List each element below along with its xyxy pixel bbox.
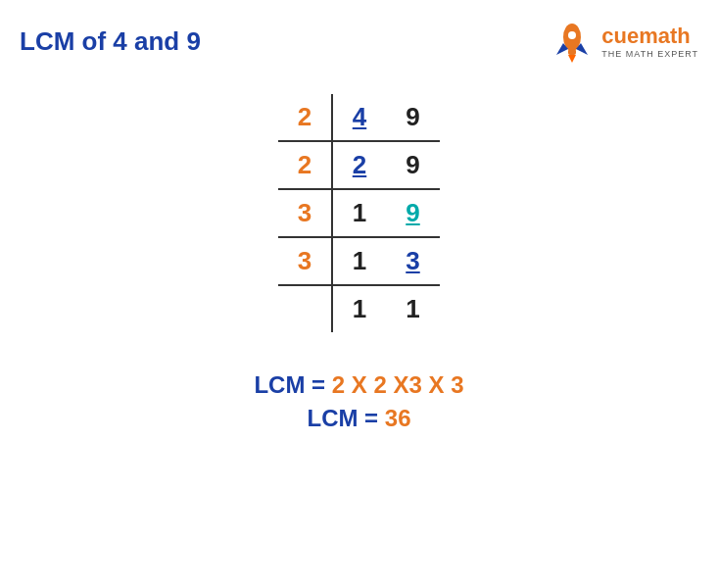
logo-tagline: THE MATH EXPERT — [601, 49, 698, 59]
lcm-table-body: 24922931931311 — [278, 94, 440, 332]
result-line1-prefix: LCM = — [254, 371, 331, 398]
logo-brand-accent: math — [639, 24, 691, 48]
factor-cell: 3 — [278, 237, 332, 285]
result-line1-value: 2 X 2 X3 X 3 — [332, 371, 464, 398]
factor-cell: 2 — [278, 94, 332, 141]
num-a-cell: 2 — [332, 141, 386, 189]
num-a-cell: 4 — [332, 94, 386, 141]
svg-marker-5 — [568, 55, 576, 63]
division-table-wrapper: 24922931931311 — [0, 94, 718, 332]
factor-cell: 2 — [278, 141, 332, 189]
num-a-cell: 1 — [332, 237, 386, 285]
table-row: 249 — [278, 94, 440, 141]
logo-brand: cuemath — [601, 24, 690, 49]
result-line-1: LCM = 2 X 2 X3 X 3 — [0, 371, 718, 399]
result-section: LCM = 2 X 2 X3 X 3 LCM = 36 — [0, 371, 718, 432]
header: LCM of 4 and 9 cuemath THE MATH EXPERT — [0, 0, 718, 74]
rocket-icon — [549, 18, 596, 65]
num-a-cell: 1 — [332, 285, 386, 332]
num-b-cell: 1 — [386, 285, 440, 332]
factor-cell: 3 — [278, 189, 332, 237]
num-b-cell: 9 — [386, 189, 440, 237]
result-line-2: LCM = 36 — [0, 405, 718, 432]
result-line2-value: 36 — [385, 405, 411, 431]
num-b-cell: 9 — [386, 141, 440, 189]
table-row: 11 — [278, 285, 440, 332]
result-line2-prefix: LCM = — [307, 405, 384, 431]
num-a-cell: 1 — [332, 189, 386, 237]
svg-rect-4 — [568, 49, 576, 55]
logo-text: cuemath THE MATH EXPERT — [601, 24, 698, 59]
table-row: 229 — [278, 141, 440, 189]
num-b-cell: 3 — [386, 237, 440, 285]
page-title: LCM of 4 and 9 — [20, 26, 201, 57]
num-b-cell: 9 — [386, 94, 440, 141]
factor-cell — [278, 285, 332, 332]
svg-point-3 — [568, 31, 576, 39]
logo-brand-main: cue — [601, 24, 639, 48]
table-row: 313 — [278, 237, 440, 285]
logo-area: cuemath THE MATH EXPERT — [549, 18, 698, 65]
table-row: 319 — [278, 189, 440, 237]
lcm-table: 24922931931311 — [278, 94, 440, 332]
